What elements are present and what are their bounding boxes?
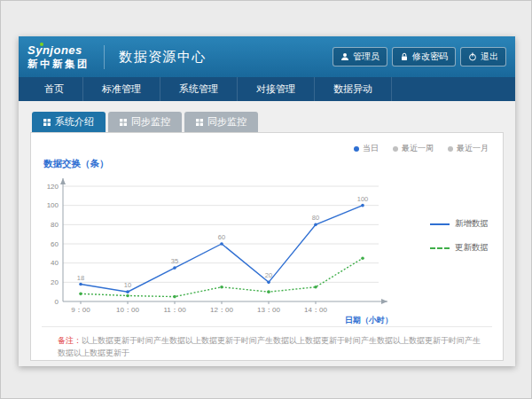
brand-logo-text: Synjones — [27, 44, 90, 57]
page-title: 数据资源中心 — [104, 45, 207, 69]
power-icon — [468, 52, 477, 61]
footnote-text: 以上数据更新于时间产生数据以上数据更新于时间产生数据以上数据更新于时间产生数据以… — [58, 336, 481, 357]
nav-item-integration-mgmt[interactable]: 对接管理 — [238, 77, 315, 101]
line-chart-svg: 0204060801001209：0010：0011：0012：0013：001… — [35, 172, 430, 325]
tab-sync-monitor-1[interactable]: 同步监控 — [108, 112, 182, 132]
chart-row: 0204060801001209：0010：0011：0012：0013：001… — [31, 172, 503, 325]
chart-panel: 当日 最近一周 最近一月 数据交换（条） 0204060801001209：00… — [30, 132, 504, 361]
header-actions: 管理员 修改密码 退出 — [332, 47, 506, 66]
main-nav: 首页 标准管理 系统管理 对接管理 数据异动 — [19, 77, 515, 101]
legend-item-new-data[interactable]: 新增数据 — [430, 218, 499, 230]
svg-text:9：00: 9：00 — [71, 306, 90, 314]
svg-text:60: 60 — [218, 233, 225, 241]
tab-bar: 系统介绍 同步监控 同步监控 — [32, 112, 504, 132]
lock-icon — [400, 52, 409, 61]
filter-today[interactable]: 当日 — [354, 143, 379, 154]
grid-icon — [43, 119, 51, 126]
desktop: { "brand": { "logo_text": "Synjones", "l… — [0, 0, 532, 399]
legend-item-updated-data[interactable]: 更新数据 — [430, 242, 499, 254]
svg-text:120: 120 — [47, 183, 59, 191]
svg-text:80: 80 — [51, 221, 59, 229]
svg-text:20: 20 — [265, 271, 272, 279]
grid-icon — [120, 119, 127, 126]
tab-sync-monitor-2[interactable]: 同步监控 — [184, 112, 258, 132]
nav-item-system-mgmt[interactable]: 系统管理 — [160, 77, 238, 101]
change-password-button[interactable]: 修改密码 — [392, 47, 456, 66]
dashed-line-sample-icon — [430, 247, 450, 249]
admin-button[interactable]: 管理员 — [332, 47, 387, 66]
svg-text:14：00: 14：00 — [304, 306, 327, 314]
svg-text:12：00: 12：00 — [210, 306, 233, 314]
svg-text:10：00: 10：00 — [116, 306, 139, 314]
nav-item-standard-mgmt[interactable]: 标准管理 — [83, 77, 160, 101]
svg-text:18: 18 — [77, 274, 84, 282]
svg-text:20: 20 — [51, 278, 59, 286]
svg-text:80: 80 — [312, 214, 319, 222]
radio-dot-icon — [354, 146, 359, 152]
filter-last-month[interactable]: 最近一月 — [448, 143, 489, 154]
tab-system-intro[interactable]: 系统介绍 — [32, 112, 106, 132]
app-window: Synjones 新中新集团 数据资源中心 管理员 修改密码 — [19, 36, 515, 366]
svg-text:60: 60 — [51, 240, 59, 248]
svg-text:日期（小时）: 日期（小时） — [345, 316, 393, 325]
grid-icon — [196, 119, 203, 126]
user-icon — [340, 52, 349, 61]
svg-text:0: 0 — [55, 298, 59, 306]
brand-logo-subtext: 新中新集团 — [27, 59, 90, 69]
footnote-prefix: 备注： — [58, 336, 82, 345]
app-header: Synjones 新中新集团 数据资源中心 管理员 修改密码 — [19, 36, 515, 77]
footnote: 备注：以上数据更新于时间产生数据以上数据更新于时间产生数据以上数据更新于时间产生… — [31, 327, 503, 359]
nav-item-home[interactable]: 首页 — [26, 77, 83, 101]
nav-item-data-change[interactable]: 数据异动 — [315, 77, 392, 101]
radio-dot-icon — [393, 146, 398, 152]
svg-text:100: 100 — [47, 201, 59, 209]
svg-text:40: 40 — [51, 259, 59, 267]
svg-text:11：00: 11：00 — [163, 306, 186, 314]
svg-text:35: 35 — [171, 257, 178, 265]
logout-button[interactable]: 退出 — [460, 47, 506, 66]
filter-last-week[interactable]: 最近一周 — [393, 143, 434, 154]
solid-line-sample-icon — [430, 223, 450, 225]
radio-dot-icon — [448, 146, 453, 152]
series-legend: 新增数据 更新数据 — [430, 147, 503, 325]
svg-text:100: 100 — [357, 195, 369, 203]
svg-text:13：00: 13：00 — [257, 306, 280, 314]
brand-logo[interactable]: Synjones 新中新集团 — [27, 44, 90, 69]
time-filter-group: 当日 最近一周 最近一月 — [354, 143, 489, 154]
svg-text:10: 10 — [124, 281, 131, 289]
content-area: 系统介绍 同步监控 同步监控 当日 — [19, 101, 515, 366]
